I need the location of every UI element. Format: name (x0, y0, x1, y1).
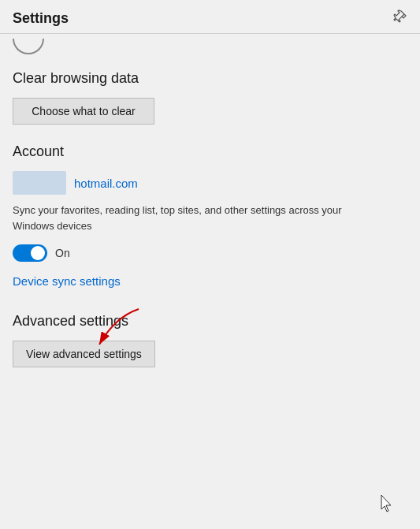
settings-container: Settings Clear browsing data Choose what… (0, 0, 420, 529)
toggle-label: On (55, 247, 70, 259)
toggle-row: On (13, 244, 407, 262)
pin-icon[interactable] (393, 9, 407, 27)
advanced-settings-title: Advanced settings (13, 313, 407, 330)
toggle-track (13, 244, 47, 262)
account-email-link[interactable]: hotmail.com (74, 177, 138, 190)
sync-description: Sync your favorites, reading list, top s… (13, 203, 344, 233)
scroll-indicator (0, 34, 420, 58)
choose-what-to-clear-button[interactable]: Choose what to clear (13, 98, 154, 125)
sync-toggle[interactable] (13, 244, 47, 262)
toggle-thumb (31, 246, 45, 260)
avatar (13, 171, 66, 195)
account-title: Account (13, 143, 407, 160)
clear-browsing-section: Clear browsing data Choose what to clear (13, 70, 407, 125)
page-title: Settings (13, 10, 69, 27)
account-email-row: hotmail.com (13, 171, 407, 195)
title-bar: Settings (0, 0, 420, 33)
main-content: Clear browsing data Choose what to clear… (0, 58, 420, 529)
svg-line-0 (402, 14, 404, 17)
button-with-arrow: View advanced settings (13, 341, 155, 367)
device-sync-settings-link[interactable]: Device sync settings (13, 274, 121, 288)
advanced-settings-section: Advanced settings View advanced settings (13, 313, 407, 367)
clear-browsing-title: Clear browsing data (13, 70, 407, 87)
scroll-arc (13, 39, 44, 54)
view-advanced-settings-button[interactable]: View advanced settings (13, 341, 155, 367)
account-section: Account hotmail.com Sync your favorites,… (13, 143, 407, 307)
